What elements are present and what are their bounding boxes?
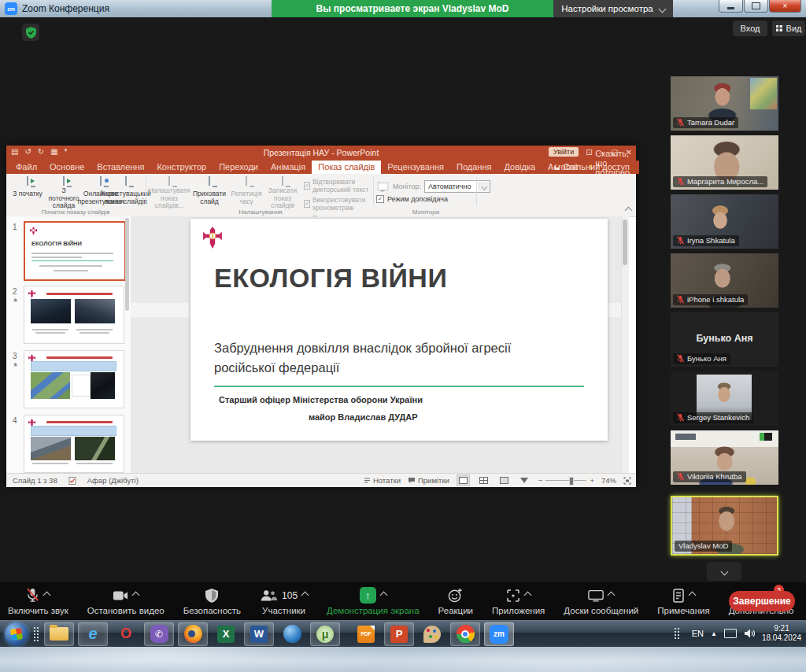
zoom-percentage[interactable]: 74% — [601, 476, 616, 485]
from-beginning-button[interactable]: З початку — [9, 176, 46, 206]
zoom-out-icon[interactable]: − — [538, 476, 543, 485]
participant-tile[interactable]: Viktoriia Khrutba — [671, 430, 778, 485]
taskbar-powerpoint[interactable]: P — [384, 622, 414, 646]
mic-options-chevron[interactable] — [43, 592, 51, 600]
stop-video-button[interactable]: Остановить видео — [87, 588, 165, 615]
video-options-chevron[interactable] — [132, 592, 140, 600]
end-meeting-button[interactable]: Завершение — [729, 591, 795, 611]
slide-sorter-view-button[interactable] — [477, 474, 490, 486]
ppt-signin-button[interactable]: Увійти — [549, 147, 579, 157]
notes-toggle[interactable]: Нотатки — [364, 476, 401, 485]
view-settings-dropdown[interactable]: Настройки просмотра — [553, 0, 673, 17]
canvas-scrollbar[interactable] — [621, 216, 629, 473]
zoom-in-icon[interactable]: + — [590, 476, 594, 485]
spellcheck-icon[interactable] — [68, 477, 76, 485]
slide-editor[interactable]: ЕКОЛОГІЯ ВІЙНИ Забруднення довкілля внас… — [190, 219, 608, 441]
play-narrations-checkbox[interactable]: ✓ Відтворювати дикторський текст — [304, 178, 375, 194]
tab-review[interactable]: Рецензування — [381, 161, 450, 174]
presenter-view-checkbox[interactable]: ✓ Режим доповідача — [376, 195, 448, 203]
close-button[interactable]: × — [769, 0, 801, 13]
taskbar-viber[interactable]: ✆ — [144, 622, 174, 646]
zoom-slider-thumb[interactable] — [569, 477, 574, 486]
slideshow-view-button[interactable] — [518, 474, 531, 486]
custom-slideshow-button[interactable]: Користувацький показ слайдів — [107, 176, 145, 206]
minimize-button[interactable] — [719, 0, 743, 13]
unmute-button[interactable]: Включить звук — [8, 588, 68, 615]
taskbar-firefox[interactable] — [178, 622, 208, 646]
maximize-button[interactable] — [744, 0, 768, 13]
zoom-slider-track[interactable] — [545, 480, 586, 481]
slide-thumbnail-2[interactable] — [24, 286, 124, 344]
participant-tile[interactable]: iPhone i.shkatula — [671, 253, 778, 308]
view-mode-button[interactable]: Вид — [772, 20, 805, 36]
participant-tile[interactable]: Бунько Аня Бунько Аня — [671, 312, 778, 367]
share-options-chevron[interactable] — [379, 592, 387, 600]
participant-tile[interactable]: Tamara Dudar — [671, 76, 778, 131]
participant-tile[interactable]: Маргарита Миросла... — [671, 135, 778, 190]
apps-button[interactable]: Приложения — [492, 588, 545, 615]
tab-transitions[interactable]: Переходи — [213, 161, 264, 174]
taskbar-internet-explorer[interactable]: e — [78, 622, 108, 646]
monitor-select[interactable]: Автоматично — [424, 180, 490, 193]
participants-chevron[interactable] — [301, 592, 309, 600]
taskbar-explorer[interactable] — [44, 622, 74, 646]
setup-slideshow-button[interactable]: Налаштувати показ слайдів... — [150, 176, 189, 206]
thumbnail-scrollbar[interactable] — [125, 218, 129, 471]
slide-subtitle-text[interactable]: Забруднення довкілля внаслідок збройної … — [214, 338, 590, 378]
tab-file[interactable]: Файл — [9, 161, 43, 174]
tab-slideshow[interactable]: Показ слайдів — [312, 161, 381, 174]
record-slideshow-button[interactable]: Записати показ слайдів — [264, 176, 301, 206]
apps-chevron[interactable] — [524, 592, 532, 600]
comments-toggle[interactable]: Примітки — [408, 476, 449, 485]
slide-thumbnail-1[interactable]: ЕКОЛОГІЯ ВІЙНИ — [24, 221, 126, 281]
taskbar-blue-app[interactable] — [278, 623, 306, 645]
from-current-slide-button[interactable]: З поточного слайда — [46, 176, 82, 206]
tab-home[interactable]: Основне — [43, 161, 91, 174]
taskbar-opera[interactable]: O — [112, 623, 140, 645]
taskbar-pdf[interactable]: PDF — [352, 623, 380, 645]
normal-view-button[interactable] — [457, 474, 470, 486]
language-indicator[interactable]: Афар (Джібуті) — [87, 476, 139, 485]
taskbar-zoom[interactable]: zm — [484, 622, 514, 646]
notes-chevron[interactable] — [689, 592, 697, 600]
ribbon-options-icon[interactable]: ⊡ — [586, 148, 592, 157]
slide-author-text[interactable]: Старший офіцер Міністерства оборони Укра… — [219, 395, 423, 404]
slide-thumbnail-3[interactable] — [24, 350, 124, 408]
notes-button[interactable]: Примечания — [657, 588, 709, 615]
network-display-icon[interactable] — [724, 629, 737, 638]
hide-slide-button[interactable]: Приховати слайд — [192, 176, 227, 206]
taskbar-excel[interactable]: X — [212, 623, 240, 645]
taskbar-word[interactable]: W — [244, 622, 274, 646]
participant-tile-active-speaker[interactable]: Vladyslav MoD — [671, 496, 778, 556]
volume-icon[interactable] — [744, 629, 755, 638]
login-button[interactable]: Вход — [733, 20, 767, 36]
tab-design[interactable]: Конструктор — [150, 161, 213, 174]
share-screen-button[interactable]: ↑ Демонстрация экрана — [327, 588, 420, 615]
zoom-slider[interactable]: − + — [538, 476, 594, 485]
security-button[interactable]: Безопасность — [183, 588, 241, 615]
whiteboards-button[interactable]: Доски сообщений — [564, 588, 638, 615]
show-hidden-icons[interactable]: ▲ — [711, 630, 717, 637]
participant-tile[interactable]: Iryna Shkatula — [671, 194, 778, 249]
rehearse-timings-button[interactable]: Репетиція часу — [230, 176, 263, 206]
start-button[interactable] — [5, 622, 28, 646]
participant-tile[interactable]: Sergey Stankevich — [671, 371, 778, 426]
language-indicator[interactable]: EN — [692, 629, 704, 638]
slide-thumbnail-4[interactable] — [24, 415, 124, 473]
taskbar-clock[interactable]: 9:21 18.04.2024 — [762, 624, 801, 644]
tab-animations[interactable]: Анімація — [264, 161, 312, 174]
encryption-shield-icon[interactable] — [22, 24, 39, 41]
share-access-button[interactable]: Спільний доступ — [554, 161, 630, 174]
tab-insert[interactable]: Вставлення — [91, 161, 150, 174]
taskbar-chrome[interactable] — [450, 622, 480, 646]
more-participants-button[interactable] — [707, 562, 741, 581]
fit-to-window-icon[interactable] — [623, 477, 631, 485]
whiteboards-chevron[interactable] — [608, 592, 616, 600]
slide-presenter-text[interactable]: майор Владислав ДУДАР — [309, 412, 418, 422]
slide-title-text[interactable]: ЕКОЛОГІЯ ВІЙНИ — [214, 263, 447, 294]
tab-help[interactable]: Довідка — [497, 161, 542, 174]
reactions-button[interactable]: Реакции — [438, 588, 473, 615]
tab-view[interactable]: Подання — [450, 161, 497, 174]
collapse-ribbon-icon[interactable] — [626, 207, 631, 215]
participants-button[interactable]: 105 Участники — [260, 588, 308, 615]
